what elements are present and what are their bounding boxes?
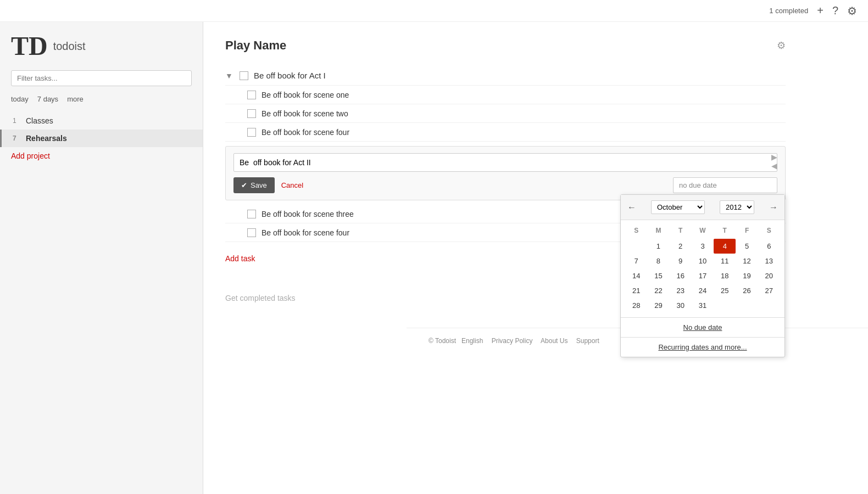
cal-day-8[interactable]: 8 (647, 254, 669, 268)
subtask-row-scene-one: Be off book for scene one ⚙ (225, 86, 786, 104)
sidebar: TD todoist today 7 days more 1 Classes 7… (0, 22, 203, 494)
cal-day-empty3 (736, 298, 758, 313)
nav-today[interactable]: today (11, 95, 29, 103)
cal-day-16[interactable]: 16 (670, 268, 692, 283)
save-button[interactable]: ✔ Save (233, 177, 275, 193)
due-date-field[interactable] (673, 177, 777, 193)
nav-arrow-down[interactable]: ◀ (771, 162, 777, 170)
edit-actions: ✔ Save Cancel (233, 177, 777, 193)
cal-dow-f: F (736, 224, 758, 237)
cal-dow-s1: S (625, 224, 647, 237)
logo-area: TD todoist (0, 33, 203, 70)
checkbox-act1[interactable] (240, 71, 248, 80)
sidebar-item-rehearsals[interactable]: 7 Rehearsals (0, 130, 203, 147)
cal-day-24[interactable]: 24 (692, 283, 714, 298)
add-project-button[interactable]: Add project (0, 147, 203, 165)
settings-icon[interactable]: ⚙ (847, 4, 857, 18)
cal-next-button[interactable]: → (769, 203, 778, 212)
footer-link-about[interactable]: About Us (541, 337, 567, 345)
project-label-classes: Classes (26, 116, 192, 125)
cal-day-6[interactable]: 6 (758, 239, 780, 254)
cal-day-22[interactable]: 22 (647, 283, 669, 298)
footer-copyright: © Todoist (429, 337, 456, 345)
cal-dow-row: S M T W T F S (625, 224, 780, 237)
cal-day-9[interactable]: 9 (670, 254, 692, 268)
cal-day-19[interactable]: 19 (736, 268, 758, 283)
cal-day-7[interactable]: 7 (625, 254, 647, 268)
task-edit-input[interactable] (233, 153, 777, 172)
cal-month-select[interactable]: JanuaryFebruaryMarch AprilMayJune JulyAu… (651, 200, 705, 214)
cal-day-31[interactable]: 31 (692, 298, 714, 313)
cal-year-select[interactable]: 2010201120122013 (720, 200, 754, 214)
checkbox-scene-four-a[interactable] (247, 128, 256, 137)
cal-dow-s2: S (758, 224, 780, 237)
cal-day-23[interactable]: 23 (670, 283, 692, 298)
subtask-row-scene-four-a: Be off book for scene four ⚙ (225, 123, 786, 142)
cal-dow-w: W (692, 224, 714, 237)
project-settings-icon[interactable]: ⚙ (777, 40, 786, 52)
add-icon[interactable]: + (817, 4, 824, 17)
project-list: 1 Classes 7 Rehearsals (0, 112, 203, 147)
cal-day-10[interactable]: 10 (692, 254, 714, 268)
cal-dow-t1: T (670, 224, 692, 237)
nav-more[interactable]: more (67, 95, 84, 103)
footer-link-english[interactable]: English (461, 337, 483, 345)
cal-day-14[interactable]: 14 (625, 268, 647, 283)
cal-grid: S M T W T F S 1 2 3 4 (621, 220, 784, 317)
task-text-scene-one: Be off book for scene one (261, 91, 772, 99)
nav-links: today 7 days more (0, 95, 203, 112)
cal-day-1[interactable]: 1 (647, 239, 669, 254)
cal-day-25[interactable]: 25 (714, 283, 736, 298)
cal-day-26[interactable]: 26 (736, 283, 758, 298)
expand-act1-icon[interactable]: ▼ (225, 71, 234, 80)
cal-day-2[interactable]: 2 (670, 239, 692, 254)
logo-text: todoist (53, 40, 86, 53)
cal-day-28[interactable]: 28 (625, 298, 647, 313)
footer-link-privacy[interactable]: Privacy Policy (492, 337, 533, 345)
content-area: Play Name ⚙ ▼ Be off book for Act I ⚙ Be… (203, 22, 808, 328)
task-text-act1: Be off book for Act I (254, 71, 772, 80)
task-edit-form: ▶ ◀ ✔ Save Cancel ← JanuaryFebruaryMarch (225, 146, 786, 200)
cal-day-4[interactable]: 4 (714, 239, 736, 254)
project-label-rehearsals: Rehearsals (26, 134, 192, 143)
cal-day-5[interactable]: 5 (736, 239, 758, 254)
cal-day-27[interactable]: 27 (758, 283, 780, 298)
footer-link-support[interactable]: Support (576, 337, 599, 345)
cal-day-29[interactable]: 29 (647, 298, 669, 313)
checkbox-scene-three[interactable] (247, 210, 256, 218)
cal-day-12[interactable]: 12 (736, 254, 758, 268)
nav-arrow-up[interactable]: ▶ (771, 153, 777, 161)
project-num-classes: 1 (13, 117, 21, 125)
cal-day-13[interactable]: 13 (758, 254, 780, 268)
project-header: Play Name ⚙ (225, 38, 786, 53)
cal-day-15[interactable]: 15 (647, 268, 669, 283)
cal-no-due-button[interactable]: No due date (621, 318, 784, 338)
cal-prev-button[interactable]: ← (627, 203, 636, 212)
sidebar-item-classes[interactable]: 1 Classes (0, 112, 203, 130)
cal-recurring-button[interactable]: Recurring dates and more... (621, 338, 784, 357)
subtask-row-scene-two: Be off book for scene two ⚙ (225, 104, 786, 123)
checkbox-scene-four-b[interactable] (247, 228, 256, 237)
cal-day-11[interactable]: 11 (714, 254, 736, 268)
cal-day-30[interactable]: 30 (670, 298, 692, 313)
cal-day-17[interactable]: 17 (692, 268, 714, 283)
help-icon[interactable]: ? (832, 4, 838, 17)
cal-days-grid: 1 2 3 4 5 6 7 8 9 10 11 12 13 (625, 239, 780, 313)
cal-dow-t2: T (714, 224, 736, 237)
nav-arrows: ▶ ◀ (771, 153, 777, 170)
cal-day-empty2 (714, 298, 736, 313)
cal-day-3[interactable]: 3 (692, 239, 714, 254)
cal-header: ← JanuaryFebruaryMarch AprilMayJune July… (621, 195, 784, 220)
cal-day-21[interactable]: 21 (625, 283, 647, 298)
cal-day-20[interactable]: 20 (758, 268, 780, 283)
save-label: Save (251, 181, 267, 189)
cal-day-18[interactable]: 18 (714, 268, 736, 283)
cal-dow-m: M (647, 224, 669, 237)
checkbox-scene-two[interactable] (247, 109, 256, 118)
nav-seven-days[interactable]: 7 days (37, 95, 58, 103)
checkbox-scene-one[interactable] (247, 91, 256, 99)
cancel-button[interactable]: Cancel (281, 181, 303, 189)
filter-input[interactable] (11, 70, 192, 86)
calendar-popup: ← JanuaryFebruaryMarch AprilMayJune July… (620, 194, 785, 357)
cal-day-empty4 (758, 298, 780, 313)
